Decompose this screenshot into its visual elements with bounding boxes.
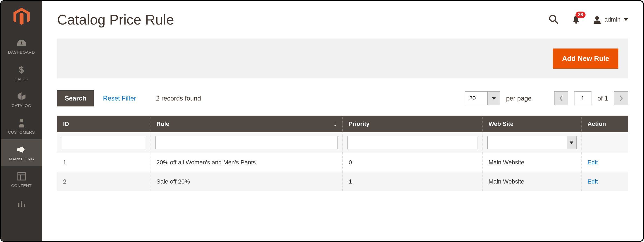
dollar-icon: $	[19, 65, 24, 74]
sidebar-item-label: DASHBOARD	[8, 50, 35, 54]
sidebar-item-label: MARKETING	[9, 157, 34, 161]
page-title: Catalog Price Rule	[57, 12, 174, 28]
sidebar-item-content[interactable]: CONTENT	[1, 166, 42, 193]
records-found-text: 2 records found	[156, 95, 201, 102]
cell-priority: 1	[343, 172, 483, 191]
cell-website: Main Website	[483, 153, 581, 172]
cell-priority: 0	[343, 153, 483, 172]
sidebar-item-sales[interactable]: $ SALES	[1, 59, 42, 86]
sidebar-item-catalog[interactable]: CATALOG	[1, 86, 42, 113]
column-header-rule[interactable]: Rule↓	[150, 116, 343, 132]
notifications-button[interactable]: 38	[571, 15, 581, 25]
svg-point-7	[550, 15, 556, 21]
column-header-website[interactable]: Web Site	[483, 116, 581, 132]
user-menu[interactable]: admin	[593, 16, 628, 24]
cell-website: Main Website	[483, 172, 581, 191]
chevron-down-icon	[624, 18, 628, 21]
main-content: Catalog Price Rule 38 admin Add New Rule	[42, 1, 643, 241]
svg-point-10	[595, 16, 599, 20]
person-icon	[18, 118, 25, 128]
next-page-button[interactable]	[614, 91, 628, 105]
table-filter-row	[57, 132, 628, 153]
svg-point-0	[20, 119, 23, 122]
magento-logo[interactable]	[1, 1, 42, 33]
page-total-label: of 1	[597, 95, 608, 102]
notification-count-badge: 38	[576, 12, 586, 18]
filter-priority-input[interactable]	[347, 136, 477, 149]
sidebar-item-label: CUSTOMERS	[8, 130, 35, 134]
column-header-action: Action	[581, 116, 628, 132]
admin-sidebar: DASHBOARD $ SALES CATALOG CUSTOMERS MARK…	[1, 1, 42, 241]
column-header-id[interactable]: ID	[57, 116, 150, 132]
svg-rect-5	[21, 201, 22, 207]
cell-id: 1	[57, 153, 150, 172]
action-bar: Add New Rule	[57, 39, 628, 78]
sidebar-item-marketing[interactable]: MARKETING	[1, 139, 42, 166]
filter-id-input[interactable]	[62, 136, 145, 149]
svg-rect-4	[18, 203, 19, 207]
rules-table: ID Rule↓ Priority Web Site Action	[57, 116, 628, 191]
prev-page-button[interactable]	[554, 91, 568, 105]
filter-website-dropdown-toggle[interactable]	[567, 136, 577, 149]
filter-website-select[interactable]	[487, 136, 567, 149]
svg-rect-6	[24, 204, 25, 207]
page-number-input[interactable]	[574, 91, 591, 105]
svg-rect-1	[18, 172, 25, 180]
cell-rule: 20% off all Women's and Men's Pants	[150, 153, 343, 172]
search-icon[interactable]	[548, 14, 559, 26]
svg-line-8	[555, 21, 558, 24]
per-page-input[interactable]	[465, 91, 488, 105]
chevron-down-icon	[492, 97, 496, 100]
sidebar-item-customers[interactable]: CUSTOMERS	[1, 113, 42, 139]
sidebar-item-label: CATALOG	[12, 103, 31, 108]
column-header-priority[interactable]: Priority	[343, 116, 483, 132]
grid-search-button[interactable]: Search	[57, 90, 94, 106]
per-page-dropdown-toggle[interactable]	[488, 91, 500, 105]
cell-rule: Sale off 20%	[150, 172, 343, 191]
filter-rule-input[interactable]	[155, 136, 338, 149]
user-label: admin	[604, 16, 621, 23]
table-row[interactable]: 1 20% off all Women's and Men's Pants 0 …	[57, 153, 628, 172]
table-header-row: ID Rule↓ Priority Web Site Action	[57, 116, 628, 132]
user-icon	[593, 16, 601, 24]
megaphone-icon	[16, 145, 27, 154]
add-new-rule-button[interactable]: Add New Rule	[553, 49, 618, 69]
chevron-left-icon	[559, 95, 563, 102]
per-page-label: per page	[506, 95, 532, 102]
dashboard-icon	[17, 38, 26, 48]
sidebar-item-label: SALES	[15, 77, 28, 81]
sidebar-item-reports[interactable]	[1, 193, 42, 210]
table-row[interactable]: 2 Sale off 20% 1 Main Website Edit	[57, 172, 628, 191]
sort-arrow-down-icon: ↓	[333, 120, 336, 127]
sidebar-item-dashboard[interactable]: DASHBOARD	[1, 33, 42, 59]
reset-filter-link[interactable]: Reset Filter	[103, 95, 136, 102]
edit-link[interactable]: Edit	[588, 178, 598, 185]
svg-point-9	[575, 22, 577, 24]
edit-link[interactable]: Edit	[588, 159, 598, 166]
bars-icon	[17, 198, 26, 208]
sidebar-item-label: CONTENT	[11, 183, 32, 188]
layout-icon	[17, 171, 26, 181]
cell-id: 2	[57, 172, 150, 191]
chevron-down-icon	[570, 141, 573, 144]
chevron-right-icon	[619, 95, 623, 102]
box-icon	[17, 91, 26, 101]
